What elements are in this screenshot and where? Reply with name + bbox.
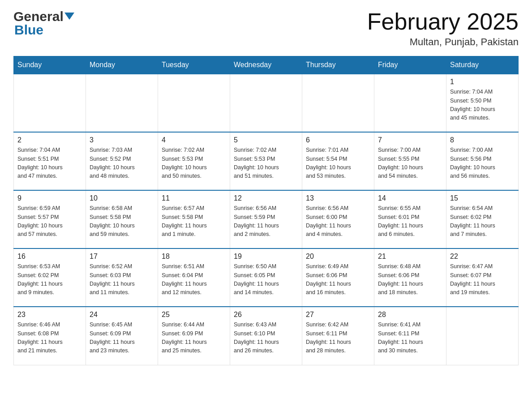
day-number: 10 bbox=[90, 194, 154, 202]
day-info: Sunrise: 6:48 AMSunset: 6:06 PMDaylight:… bbox=[378, 262, 442, 297]
day-info: Sunrise: 6:57 AMSunset: 5:58 PMDaylight:… bbox=[162, 204, 226, 239]
day-info: Sunrise: 6:47 AMSunset: 6:07 PMDaylight:… bbox=[450, 262, 515, 297]
day-number: 25 bbox=[162, 311, 226, 319]
day-info: Sunrise: 6:56 AMSunset: 5:59 PMDaylight:… bbox=[234, 204, 298, 239]
table-row: 20Sunrise: 6:49 AMSunset: 6:06 PMDayligh… bbox=[302, 248, 374, 307]
day-number: 26 bbox=[234, 311, 298, 319]
day-number: 17 bbox=[90, 253, 154, 261]
table-row bbox=[446, 307, 519, 365]
table-row: 27Sunrise: 6:42 AMSunset: 6:11 PMDayligh… bbox=[302, 307, 374, 365]
day-number: 15 bbox=[450, 194, 515, 202]
table-row: 8Sunrise: 7:00 AMSunset: 5:56 PMDaylight… bbox=[446, 132, 519, 190]
day-number: 16 bbox=[17, 253, 82, 261]
day-number: 9 bbox=[17, 194, 82, 202]
day-number: 20 bbox=[306, 253, 370, 261]
table-row: 10Sunrise: 6:58 AMSunset: 5:58 PMDayligh… bbox=[86, 190, 158, 248]
table-row: 22Sunrise: 6:47 AMSunset: 6:07 PMDayligh… bbox=[446, 248, 519, 307]
calendar-week-row: 1Sunrise: 7:04 AMSunset: 5:50 PMDaylight… bbox=[14, 74, 519, 132]
table-row bbox=[86, 74, 158, 132]
header-friday: Friday bbox=[374, 56, 446, 74]
day-number: 27 bbox=[306, 311, 370, 319]
logo-arrow-icon bbox=[64, 13, 74, 20]
table-row: 2Sunrise: 7:04 AMSunset: 5:51 PMDaylight… bbox=[14, 132, 86, 190]
table-row: 18Sunrise: 6:51 AMSunset: 6:04 PMDayligh… bbox=[158, 248, 230, 307]
calendar-subtitle: Multan, Punjab, Pakistan bbox=[367, 36, 519, 48]
logo: General Blue bbox=[13, 9, 74, 38]
day-number: 13 bbox=[306, 194, 370, 202]
day-info: Sunrise: 7:04 AMSunset: 5:51 PMDaylight:… bbox=[17, 146, 82, 181]
day-number: 18 bbox=[162, 253, 226, 261]
day-info: Sunrise: 7:00 AMSunset: 5:56 PMDaylight:… bbox=[450, 146, 515, 181]
day-header-row: Sunday Monday Tuesday Wednesday Thursday… bbox=[14, 56, 519, 74]
day-number: 21 bbox=[378, 253, 442, 261]
table-row bbox=[302, 74, 374, 132]
day-info: Sunrise: 6:46 AMSunset: 6:08 PMDaylight:… bbox=[17, 321, 82, 355]
page-header: General Blue February 2025 Multan, Punja… bbox=[13, 9, 519, 48]
table-row: 15Sunrise: 6:54 AMSunset: 6:02 PMDayligh… bbox=[446, 190, 519, 248]
day-number: 6 bbox=[306, 136, 370, 144]
day-info: Sunrise: 6:41 AMSunset: 6:11 PMDaylight:… bbox=[378, 321, 442, 355]
header-monday: Monday bbox=[86, 56, 158, 74]
table-row bbox=[158, 74, 230, 132]
table-row: 24Sunrise: 6:45 AMSunset: 6:09 PMDayligh… bbox=[86, 307, 158, 365]
calendar-title: February 2025 bbox=[367, 9, 519, 34]
day-info: Sunrise: 7:03 AMSunset: 5:52 PMDaylight:… bbox=[90, 146, 154, 181]
day-number: 5 bbox=[234, 136, 298, 144]
day-info: Sunrise: 6:51 AMSunset: 6:04 PMDaylight:… bbox=[162, 262, 226, 297]
header-sunday: Sunday bbox=[14, 56, 86, 74]
day-info: Sunrise: 6:55 AMSunset: 6:01 PMDaylight:… bbox=[378, 204, 442, 239]
day-info: Sunrise: 6:45 AMSunset: 6:09 PMDaylight:… bbox=[90, 321, 154, 355]
calendar-table: Sunday Monday Tuesday Wednesday Thursday… bbox=[13, 56, 519, 365]
logo-general-text: General bbox=[13, 9, 64, 24]
calendar-week-row: 16Sunrise: 6:53 AMSunset: 6:02 PMDayligh… bbox=[14, 248, 519, 307]
header-thursday: Thursday bbox=[302, 56, 374, 74]
day-info: Sunrise: 6:44 AMSunset: 6:09 PMDaylight:… bbox=[162, 321, 226, 355]
svg-marker-0 bbox=[64, 13, 74, 20]
day-info: Sunrise: 6:53 AMSunset: 6:02 PMDaylight:… bbox=[17, 262, 82, 297]
header-saturday: Saturday bbox=[446, 56, 519, 74]
table-row bbox=[230, 74, 302, 132]
day-number: 3 bbox=[90, 136, 154, 144]
day-number: 28 bbox=[378, 311, 442, 319]
day-info: Sunrise: 6:43 AMSunset: 6:10 PMDaylight:… bbox=[234, 321, 298, 355]
calendar-week-row: 9Sunrise: 6:59 AMSunset: 5:57 PMDaylight… bbox=[14, 190, 519, 248]
day-info: Sunrise: 7:01 AMSunset: 5:54 PMDaylight:… bbox=[306, 146, 370, 181]
calendar-week-row: 23Sunrise: 6:46 AMSunset: 6:08 PMDayligh… bbox=[14, 307, 519, 365]
day-info: Sunrise: 7:00 AMSunset: 5:55 PMDaylight:… bbox=[378, 146, 442, 181]
day-number: 19 bbox=[234, 253, 298, 261]
table-row: 16Sunrise: 6:53 AMSunset: 6:02 PMDayligh… bbox=[14, 248, 86, 307]
day-number: 8 bbox=[450, 136, 515, 144]
day-number: 2 bbox=[17, 136, 82, 144]
table-row bbox=[14, 74, 86, 132]
header-wednesday: Wednesday bbox=[230, 56, 302, 74]
day-info: Sunrise: 7:04 AMSunset: 5:50 PMDaylight:… bbox=[450, 88, 515, 123]
table-row: 14Sunrise: 6:55 AMSunset: 6:01 PMDayligh… bbox=[374, 190, 446, 248]
day-number: 24 bbox=[90, 311, 154, 319]
table-row: 26Sunrise: 6:43 AMSunset: 6:10 PMDayligh… bbox=[230, 307, 302, 365]
table-row: 25Sunrise: 6:44 AMSunset: 6:09 PMDayligh… bbox=[158, 307, 230, 365]
title-section: February 2025 Multan, Punjab, Pakistan bbox=[367, 9, 519, 48]
table-row: 12Sunrise: 6:56 AMSunset: 5:59 PMDayligh… bbox=[230, 190, 302, 248]
calendar-week-row: 2Sunrise: 7:04 AMSunset: 5:51 PMDaylight… bbox=[14, 132, 519, 190]
logo-blue-text: Blue bbox=[14, 22, 43, 37]
day-info: Sunrise: 6:42 AMSunset: 6:11 PMDaylight:… bbox=[306, 321, 370, 355]
table-row: 4Sunrise: 7:02 AMSunset: 5:53 PMDaylight… bbox=[158, 132, 230, 190]
day-number: 22 bbox=[450, 253, 515, 261]
table-row: 19Sunrise: 6:50 AMSunset: 6:05 PMDayligh… bbox=[230, 248, 302, 307]
day-number: 14 bbox=[378, 194, 442, 202]
table-row: 13Sunrise: 6:56 AMSunset: 6:00 PMDayligh… bbox=[302, 190, 374, 248]
table-row: 17Sunrise: 6:52 AMSunset: 6:03 PMDayligh… bbox=[86, 248, 158, 307]
day-number: 23 bbox=[17, 311, 82, 319]
day-number: 4 bbox=[162, 136, 226, 144]
day-info: Sunrise: 6:54 AMSunset: 6:02 PMDaylight:… bbox=[450, 204, 515, 239]
day-number: 11 bbox=[162, 194, 226, 202]
table-row: 23Sunrise: 6:46 AMSunset: 6:08 PMDayligh… bbox=[14, 307, 86, 365]
table-row: 5Sunrise: 7:02 AMSunset: 5:53 PMDaylight… bbox=[230, 132, 302, 190]
day-number: 12 bbox=[234, 194, 298, 202]
table-row: 11Sunrise: 6:57 AMSunset: 5:58 PMDayligh… bbox=[158, 190, 230, 248]
day-number: 7 bbox=[378, 136, 442, 144]
table-row: 28Sunrise: 6:41 AMSunset: 6:11 PMDayligh… bbox=[374, 307, 446, 365]
day-info: Sunrise: 6:59 AMSunset: 5:57 PMDaylight:… bbox=[17, 204, 82, 239]
day-number: 1 bbox=[450, 78, 515, 86]
day-info: Sunrise: 6:50 AMSunset: 6:05 PMDaylight:… bbox=[234, 262, 298, 297]
